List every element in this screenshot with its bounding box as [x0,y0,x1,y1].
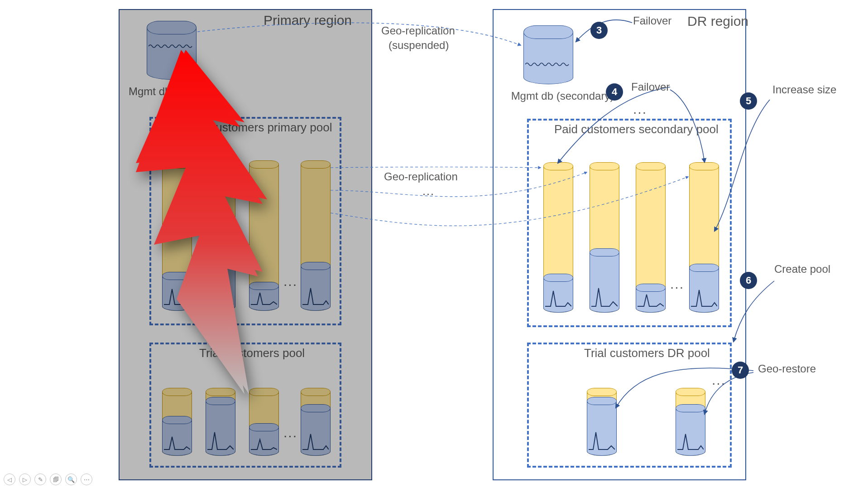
dr-trial-db [676,388,705,456]
dr-paid-db [590,162,619,313]
prev-slide-button[interactable]: ◁ [4,474,15,485]
primary-trial-db [249,388,279,456]
badge-4: 4 [606,83,623,101]
primary-trial-db [206,388,235,456]
svg-marker-1 [136,50,267,394]
dr-paid-db [636,162,666,313]
ellipsis: ... [712,372,726,388]
geo-replication-suspended-label-1: Geo-replication [381,24,455,37]
pen-tool-button[interactable]: ✎ [34,474,46,485]
annot-create-pool: Create pool [774,263,830,275]
copy-button[interactable]: 🗐 [50,474,62,485]
annot-failover-4: Failover [631,81,670,93]
geo-replication-suspended-label-2: (suspended) [388,39,449,52]
primary-paid-db [301,160,331,311]
ellipsis: ... [283,425,297,440]
ellipsis: ... [633,101,647,117]
annot-failover-3: Failover [633,14,671,27]
dr-trial-db [587,388,617,456]
primary-trial-db [162,388,192,456]
dr-mgmt-db-icon [523,25,573,84]
badge-5: 5 [740,92,757,110]
geo-replication-label: Geo-replication [384,170,458,183]
dr-region-title: DR region [687,14,854,29]
menu-button[interactable]: ⋯ [81,474,92,485]
annot-increase-size: Increase size [772,83,836,96]
badge-3: 3 [590,22,608,39]
dr-trial-pool-title: Trial customers DR pool [584,346,862,360]
dr-paid-db [543,162,573,313]
badge-7: 7 [732,362,749,379]
zoom-button[interactable]: 🔍 [65,474,77,485]
annot-geo-restore: Geo-restore [758,362,816,375]
vertical-ellipsis: ⋮ [421,188,435,200]
next-slide-button[interactable]: ▷ [19,474,31,485]
primary-trial-db [301,388,331,456]
ellipsis: ... [670,276,684,292]
dr-mgmt-db-label: Mgmt db (secondary) [504,90,621,102]
outage-lightning-icon [136,50,290,394]
slideshow-toolbar: ◁ ▷ ✎ 🗐 🔍 ⋯ [4,474,92,485]
badge-6: 6 [740,272,757,289]
dr-paid-db [689,162,719,313]
dr-paid-pool-title: Paid customers secondary pool [554,122,862,136]
